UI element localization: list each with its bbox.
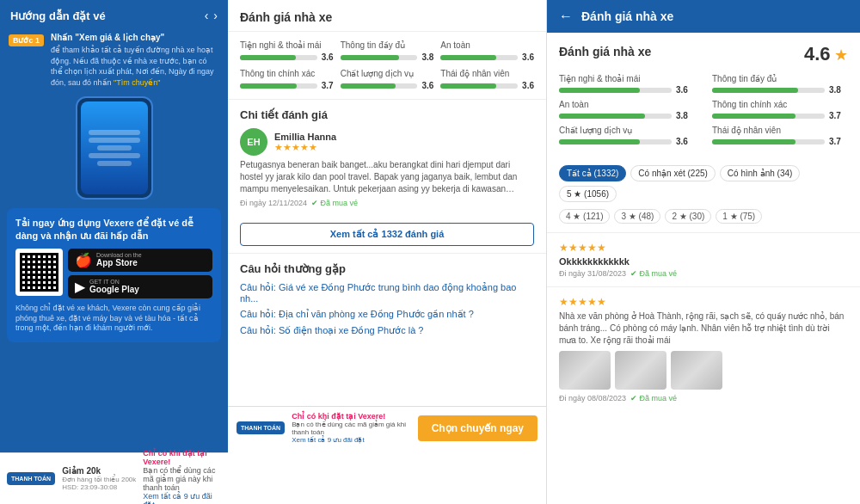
right-rating-item: Thái độ nhân viên 3.7 [712,126,848,146]
right-header-title: Đánh giá nhà xe [581,9,673,23]
rating-label: Thông tin đầy đủ [341,40,434,50]
rating-bar-row: 3.6 [440,52,534,62]
extra-description: Không chỉ đặt vé xe khách, Vexere còn cu… [15,304,212,334]
review-date: Đi ngày 31/08/2023 [559,269,626,278]
right-rating-item: Chất lượng dịch vụ 3.6 [559,126,695,146]
overall-row: Đánh giá nhà xe 4.6 ★ [559,43,848,65]
rating-value: 3.6 [522,81,534,90]
overall-score: 4.6 [804,43,831,65]
faq-item[interactable]: Câu hỏi: Giá vé xe Đồng Phước trung bình… [240,282,534,304]
back-button[interactable]: ← [559,9,573,24]
review-image [615,351,666,390]
right-header: ← Đánh giá nhà xe [547,0,860,33]
right-rating-bar-fill [712,88,798,93]
rating-bar-fill [341,55,399,60]
right-rating-bar-fill [559,139,640,144]
faq-item[interactable]: Câu hỏi: Địa chỉ văn phòng xe Đồng Phước… [240,309,534,320]
right-rating-bar-fill [712,114,796,119]
apple-icon: 🍎 [75,252,92,268]
right-rating-bar-row: 3.7 [712,137,848,146]
filter-tab[interactable]: Có nhận xét (225) [630,165,716,181]
bottom-payment-badge: THANH TOÁN [236,421,285,434]
phone-image [76,96,153,200]
review-text: Nhà xe văn phòng ở Hoà Thành, rộng rãi, … [559,310,848,347]
right-ratings-grid: Tiện nghi & thoải mái 3.6 Thông tin đầy … [559,74,848,146]
right-rating-label: Thông tin đầy đủ [712,74,848,83]
rating-bar-bg [341,55,418,60]
bottom-promo-link[interactable]: Xem tất cả 9 ưu đãi đặt [292,436,411,444]
google-play-icon: ▶ [75,279,85,295]
right-rating-bar-bg [559,88,672,93]
filter-tab[interactable]: 5 ★ (1056) [559,186,617,202]
appstore-name: App Store [96,258,142,267]
promo-hsd: HSD: 23:09-30:08 [62,483,136,491]
bottom-promo-box: Chỉ có khi đặt tại Vexere! Bạn có thể dù… [292,412,411,444]
googleplay-name: Google Play [89,285,139,294]
filter-tab[interactable]: Tất cả (1332) [559,165,626,181]
middle-panel: Đánh giá nhà xe Tiện nghi & thoải mái 3.… [228,0,546,504]
review-card: ★★★★★ Okkkkkkkkkkkk Đi ngày 31/08/2023 ✔… [547,232,860,286]
appstore-small-text: Download on the [96,252,142,258]
rating-value: 3.8 [421,52,433,62]
rating-bar-row: 3.6 [341,81,434,90]
rating-item: Thông tin chính xác 3.7 [240,69,334,90]
guide-next-btn[interactable]: › [213,9,218,22]
qr-code [15,249,63,296]
payment-badge-title: THANH TOÁN [11,476,51,482]
rating-bar-fill [341,83,396,89]
star-filter[interactable]: 3 ★ (48) [614,209,660,224]
right-rating-item: Tiện nghi & thoải mái 3.6 [559,74,695,95]
overall-star: ★ [834,46,848,64]
rating-bar-fill [240,55,296,60]
googleplay-text: GET IT ON Google Play [89,279,139,294]
filter-tab[interactable]: Có hình ảnh (34) [720,165,801,181]
guide-prev-btn[interactable]: ‹ [205,9,209,22]
phone-mockup [0,93,228,203]
review-meta: Đi ngày 12/11/2024 ✔ Đã mua vé [240,199,534,207]
star-filter[interactable]: 1 ★ (75) [716,209,762,224]
rating-value: 3.6 [421,81,433,90]
appstore-button[interactable]: 🍎 Download on the App Store [68,249,212,272]
rating-bar-row: 3.8 [341,52,434,62]
star-filter[interactable]: 2 ★ (30) [665,209,711,224]
review-verified: ✔ Đã mua vé [311,199,358,207]
right-rating-bar-bg [712,114,825,119]
promo-only-label: Chỉ có khi đặt tại Vexere! [143,449,221,466]
see-all-button[interactable]: Xem tất cả 1332 đánh giá [240,223,534,246]
rating-bar-row: 3.6 [440,81,534,90]
right-rating-label: An toàn [559,100,695,109]
step-desc: để tham khảo tất cả tuyến đường nhà xe h… [51,45,219,88]
ratings-heading: Đánh giá nhà xe [228,0,546,32]
right-section-title: Đánh giá nhà xe [559,45,651,58]
rating-item: Tiện nghi & thoải mái 3.6 [240,40,334,62]
right-rating-value: 3.8 [829,85,848,95]
right-rating-value: 3.6 [676,137,695,146]
review-meta: Đi ngày 08/08/2023 ✔ Đã mua vé [559,394,848,403]
screen-line [97,145,132,151]
screen-line [97,161,132,166]
review-verified: ✔ Đã mua vé [630,394,677,403]
star-filter[interactable]: 4 ★ (121) [559,209,610,224]
review-image [559,351,611,390]
promo-title: Tải ngay ứng dụng Vexere để đặt vé dễ dà… [15,217,212,242]
review-date: Đi ngày 08/08/2023 [559,394,626,403]
right-ratings-section: Đánh giá nhà xe 4.6 ★ Tiện nghi & thoải … [547,33,860,165]
filter-tabs: Tất cả (1332)Có nhận xét (225)Có hình ản… [547,165,860,209]
select-trip-button[interactable]: Chọn chuyến ngay [418,415,538,441]
faq-item[interactable]: Câu hỏi: Số điện thoại xe Đồng Phước là … [240,325,534,336]
rating-label: Thái độ nhân viên [440,69,534,78]
rating-item: An toàn 3.6 [440,40,534,62]
reviewer-avatar: EH [240,128,267,156]
review-stars: ★★★★★ [559,296,848,308]
star-filter-row: 4 ★ (121)3 ★ (48)2 ★ (30)1 ★ (75) [547,209,860,232]
googleplay-button[interactable]: ▶ GET IT ON Google Play [68,275,212,298]
promo-see-all[interactable]: Xem tất cả 9 ưu đãi đặt [143,492,221,505]
promo-value: Giảm 20k [62,466,136,476]
reviewer-stars: ★★★★★ [274,142,336,153]
right-panel: ← Đánh giá nhà xe Đánh giá nhà xe 4.6 ★ … [546,0,860,504]
rating-bar-bg [341,83,418,89]
rating-bar-fill [440,83,496,89]
promo-box: Tải ngay ứng dụng Vexere để đặt vé dễ dà… [7,208,221,342]
store-buttons: 🍎 Download on the App Store ▶ GET IT ON … [68,249,212,298]
rating-bar-bg [240,83,317,89]
